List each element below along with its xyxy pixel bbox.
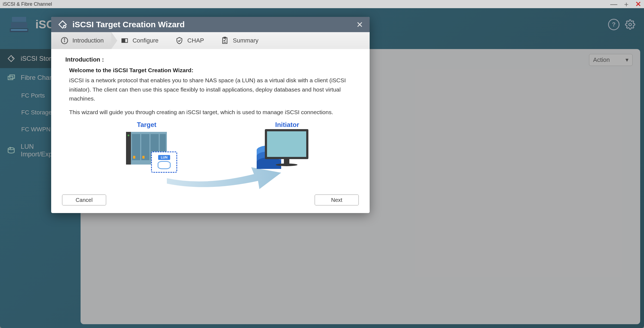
app-body: iSCSI ? iSCSI Storage Fibre Channel FC P… <box>0 8 644 328</box>
monitor-icon <box>262 129 311 170</box>
step-introduction[interactable]: Introduction <box>51 32 111 49</box>
summary-icon <box>221 37 229 45</box>
step-label: CHAP <box>187 37 204 44</box>
intro-welcome: Welcome to the iSCSI Target Creation Wiz… <box>69 67 355 74</box>
wizard-icon <box>58 20 68 29</box>
intro-heading: Introduction : <box>65 56 355 63</box>
shield-icon <box>175 37 183 45</box>
next-button[interactable]: Next <box>315 195 359 205</box>
window-title: iSCSI & Fibre Channel <box>3 1 52 7</box>
step-summary[interactable]: Summary <box>211 32 266 49</box>
intro-diagram: Target Initiator LUN <box>99 121 322 192</box>
window-close-icon[interactable]: ✕ <box>635 1 641 8</box>
window-maximize-icon[interactable]: ＋ <box>623 1 630 8</box>
step-configure[interactable]: Configure <box>111 32 166 49</box>
diagram-target-label: Target <box>137 121 157 129</box>
window-controls: — ＋ ✕ <box>610 1 641 8</box>
step-label: Introduction <box>72 37 104 44</box>
window-titlebar: iSCSI & Fibre Channel — ＋ ✕ <box>0 0 644 8</box>
svg-point-14 <box>64 39 65 39</box>
wizard-modal: iSCSI Target Creation Wizard ✕ Introduct… <box>51 17 370 213</box>
step-label: Configure <box>133 37 158 44</box>
modal-title: iSCSI Target Creation Wizard <box>72 20 351 29</box>
svg-rect-15 <box>122 39 124 42</box>
intro-paragraph-1: iSCSI is a network protocol that enables… <box>69 76 355 103</box>
iscsi-arrow-label: iSCSI <box>205 172 232 180</box>
step-label: Summary <box>233 37 258 44</box>
modal-close-icon[interactable]: ✕ <box>356 20 363 29</box>
wizard-steps: Introduction Configure CHAP Summary <box>51 32 370 49</box>
modal-header: iSCSI Target Creation Wizard ✕ <box>51 17 370 32</box>
lun-label: LUN <box>158 155 170 160</box>
modal-body: Introduction : Welcome to the iSCSI Targ… <box>51 49 370 192</box>
modal-footer: Cancel Next <box>51 192 370 213</box>
intro-paragraph-2: This wizard will guide you through creat… <box>69 108 355 117</box>
svg-rect-16 <box>125 39 127 42</box>
diagram-initiator-label: Initiator <box>275 121 299 129</box>
cancel-button[interactable]: Cancel <box>62 195 106 205</box>
window-minimize-icon[interactable]: — <box>610 1 617 8</box>
step-chap[interactable]: CHAP <box>166 32 211 49</box>
info-icon <box>60 37 69 45</box>
configure-icon <box>121 37 129 45</box>
svg-marker-20 <box>206 173 212 179</box>
